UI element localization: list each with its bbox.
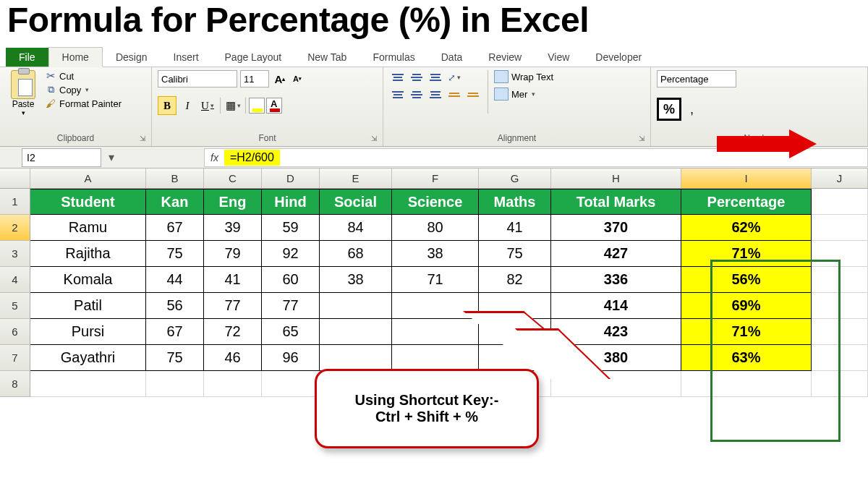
cell[interactable]: 44 [146, 267, 204, 293]
cell[interactable]: 67 [146, 215, 204, 241]
select-all-corner[interactable] [0, 169, 30, 188]
merge-button[interactable]: Mer [494, 88, 553, 101]
grow-font-button[interactable]: A▴ [272, 71, 288, 87]
col-header-D[interactable]: D [262, 169, 320, 188]
cell[interactable]: Science [392, 189, 479, 215]
cell[interactable]: 427 [551, 241, 681, 267]
cell[interactable]: Kan [146, 189, 204, 215]
row-header-5[interactable]: 5 [0, 293, 30, 319]
tab-view[interactable]: View [535, 48, 582, 67]
cell[interactable]: 92 [262, 241, 320, 267]
format-painter-button[interactable]: 🖌 Format Painter [45, 98, 122, 109]
cell[interactable] [320, 319, 392, 345]
cell[interactable] [812, 371, 868, 397]
tab-file[interactable]: File [6, 48, 48, 67]
cell[interactable]: 38 [392, 241, 479, 267]
col-header-F[interactable]: F [392, 169, 479, 188]
cell[interactable]: Hind [262, 189, 320, 215]
text-color-button[interactable] [266, 98, 282, 114]
cell[interactable]: 75 [479, 241, 551, 267]
cell[interactable]: 96 [262, 345, 320, 371]
cell[interactable] [204, 371, 262, 397]
clipboard-dialog-launcher[interactable]: ⇲ [140, 135, 149, 144]
cell[interactable]: Total Marks [551, 189, 681, 215]
cell[interactable]: 69% [681, 293, 812, 319]
col-header-H[interactable]: H [551, 169, 681, 188]
fx-icon[interactable]: fx [205, 152, 224, 163]
formula-input[interactable]: =H2/600 [224, 150, 280, 166]
cell[interactable]: 59 [262, 215, 320, 241]
col-header-B[interactable]: B [146, 169, 204, 188]
cell[interactable] [392, 345, 479, 371]
cell[interactable]: 75 [146, 345, 204, 371]
tab-formulas[interactable]: Formulas [359, 48, 427, 67]
tab-data[interactable]: Data [428, 48, 476, 67]
col-header-J[interactable]: J [812, 169, 868, 188]
align-middle-button[interactable] [408, 70, 425, 85]
row-header-8[interactable]: 8 [0, 371, 30, 397]
cell[interactable]: Pursi [30, 319, 146, 345]
col-header-E[interactable]: E [320, 169, 392, 188]
cell[interactable]: Student [30, 189, 146, 215]
alignment-dialog-launcher[interactable]: ⇲ [639, 135, 648, 144]
tab-developer[interactable]: Developer [582, 48, 655, 67]
tab-home[interactable]: Home [48, 47, 103, 67]
comma-style-button[interactable]: , [686, 99, 698, 120]
cell[interactable]: 67 [146, 319, 204, 345]
increase-indent-button[interactable] [464, 88, 482, 102]
cell[interactable] [812, 215, 868, 241]
cell[interactable]: 80 [392, 215, 479, 241]
percent-style-button[interactable]: % [657, 98, 681, 121]
align-top-button[interactable] [389, 70, 407, 85]
cell[interactable] [392, 293, 479, 319]
cell[interactable]: 62% [681, 215, 812, 241]
col-header-A[interactable]: A [30, 169, 146, 188]
cell[interactable] [812, 189, 868, 215]
borders-button[interactable]: ▦ [224, 96, 242, 115]
bold-button[interactable]: B [158, 96, 176, 115]
tab-new-tab[interactable]: New Tab [294, 48, 359, 67]
cell[interactable]: 41 [479, 215, 551, 241]
row-header-4[interactable]: 4 [0, 267, 30, 293]
name-box[interactable] [22, 148, 101, 167]
cell[interactable]: 336 [551, 267, 681, 293]
fill-color-button[interactable] [249, 98, 265, 114]
cell[interactable]: 72 [204, 319, 262, 345]
cell[interactable]: 77 [204, 293, 262, 319]
row-header-1[interactable]: 1 [0, 189, 30, 215]
number-format-select[interactable] [657, 70, 736, 88]
shrink-font-button[interactable]: A▾ [289, 71, 305, 87]
row-header-2[interactable]: 2 [0, 215, 30, 241]
cell[interactable]: 75 [146, 241, 204, 267]
cell[interactable]: 71% [681, 241, 812, 267]
cell[interactable]: Gayathri [30, 345, 146, 371]
tab-design[interactable]: Design [103, 48, 161, 67]
cell[interactable] [320, 345, 392, 371]
align-left-button[interactable] [389, 88, 407, 102]
cell[interactable]: Eng [204, 189, 262, 215]
cell[interactable] [812, 241, 868, 267]
cell[interactable]: 71% [681, 319, 812, 345]
cell[interactable]: 65 [262, 319, 320, 345]
cell[interactable] [812, 319, 868, 345]
cell[interactable]: Rajitha [30, 241, 146, 267]
cell[interactable]: 82 [479, 267, 551, 293]
cell[interactable] [392, 319, 479, 345]
underline-button[interactable]: U [198, 96, 217, 115]
row-header-3[interactable]: 3 [0, 241, 30, 267]
font-dialog-launcher[interactable]: ⇲ [371, 135, 380, 144]
italic-button[interactable]: I [178, 96, 197, 115]
cell[interactable] [320, 293, 392, 319]
font-name-select[interactable] [158, 70, 237, 88]
col-header-I[interactable]: I [681, 169, 812, 188]
row-header-7[interactable]: 7 [0, 345, 30, 371]
cell[interactable]: Ramu [30, 215, 146, 241]
paste-button[interactable]: Paste ▾ [6, 70, 41, 116]
cell[interactable]: 39 [204, 215, 262, 241]
cell[interactable]: Komala [30, 267, 146, 293]
cell[interactable]: Maths [479, 189, 551, 215]
cut-button[interactable]: ✂ Cut [45, 70, 122, 82]
cell[interactable]: Patil [30, 293, 146, 319]
cell[interactable]: 68 [320, 241, 392, 267]
row-header-6[interactable]: 6 [0, 319, 30, 345]
